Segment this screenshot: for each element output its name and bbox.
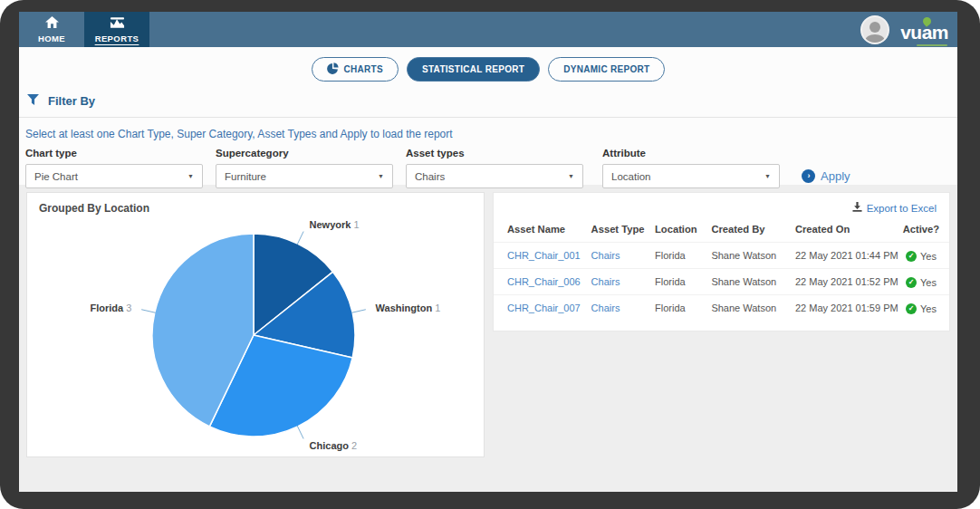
asset-type-link[interactable]: Chairs [591,276,620,287]
asset-table-body: CHR_Chair_001ChairsFloridaShane Watson22… [494,243,949,322]
field-supercategory: Supercategory Furniture ▼ [216,148,393,188]
pie-label-florida: Florida 3 [91,303,132,313]
active-status-label: Yes [920,303,937,314]
pie-label-washington: Washington 1 [376,303,441,313]
table-row: CHR_Chair_001ChairsFloridaShane Watson22… [494,243,949,269]
tab-dynamic-label: DYNAMIC REPORT [563,64,649,74]
export-label: Export to Excel [867,203,937,214]
chart-title: Grouped By Location [39,202,149,215]
pie-label-line [141,310,156,313]
export-row: Export to Excel [494,195,949,218]
reports-icon [110,15,125,32]
pie-label-line [297,426,303,438]
nav-reports-label: REPORTS [95,34,139,43]
check-icon: ✓ [906,251,917,262]
cell-location: Florida [650,243,706,269]
supercategory-value: Furniture [225,171,266,182]
cell-location: Florida [650,269,706,295]
asset-types-value: Chairs [415,171,445,182]
check-icon: ✓ [906,277,917,288]
nav-right: vuam [860,12,957,47]
table-header-row: Asset Name Asset Type Location Created B… [494,218,949,243]
cell-created-on: 22 May 2021 01:59 PM [791,295,898,322]
avatar-body [865,34,885,44]
app-window: HOME REPORTS vuam [0,0,980,509]
active-status-label: Yes [920,277,937,288]
page: HOME REPORTS vuam [19,12,957,492]
chart-type-value: Pie Chart [34,171,78,182]
filter-instruction: Select at least one Chart Type, Super Ca… [25,128,453,140]
export-to-excel-button[interactable]: Export to Excel [852,202,937,214]
field-asset-types: Asset types Chairs ▼ [406,148,583,188]
cell-asset-name: CHR_Chair_001 [494,243,587,269]
asset-name-link[interactable]: CHR_Chair_001 [507,250,581,261]
table-row: CHR_Chair_006ChairsFloridaShane Watson22… [494,269,949,295]
asset-type-link[interactable]: Chairs [591,303,620,313]
attribute-select[interactable]: Location ▼ [602,164,780,188]
asset-name-link[interactable]: CHR_Chair_006 [507,276,581,287]
tab-dynamic-report[interactable]: DYNAMIC REPORT [548,57,665,82]
brand-part1: vu [900,22,922,43]
cell-asset-type: Chairs [587,243,650,269]
pie-chart: Newyork 1Washington 1Chicago 2Florida 3 [27,193,484,456]
chevron-down-icon: ▼ [764,173,771,179]
brand-tagline [917,44,947,46]
pie-label-line [297,232,303,245]
filter-divider [19,117,957,118]
apply-arrow-icon: › [802,169,815,183]
filter-header: Filter By [27,94,95,108]
nav-tab-reports[interactable]: REPORTS [84,12,149,47]
col-asset-type: Asset Type [587,218,650,243]
filter-title: Filter By [48,94,95,108]
active-status-label: Yes [920,251,937,262]
tab-statistical-report[interactable]: STATISTICAL REPORT [407,57,540,82]
asset-name-link[interactable]: CHR_Chair_007 [507,303,581,313]
asset-type-link[interactable]: Chairs [591,250,620,261]
top-navbar: HOME REPORTS vuam [19,12,957,47]
chevron-down-icon: ▼ [187,173,194,179]
cell-active: ✓Yes [898,269,949,295]
asset-types-label: Asset types [406,148,583,158]
cell-location: Florida [650,295,706,322]
col-asset-name: Asset Name [494,218,587,243]
active-status: ✓Yes [906,303,937,314]
col-created-by: Created By [706,218,791,243]
chart-type-label: Chart type [25,148,203,158]
cell-active: ✓Yes [898,243,949,269]
report-view-tabs: CHARTS STATISTICAL REPORT DYNAMIC REPORT [19,57,957,82]
chart-type-select[interactable]: Pie Chart ▼ [25,164,203,188]
cell-asset-type: Chairs [587,269,650,295]
cell-created-by: Shane Watson [706,295,791,322]
pie-chart-icon [327,62,339,76]
cell-created-on: 22 May 2021 01:52 PM [791,269,898,295]
nav-home-label: HOME [38,34,65,43]
apply-label: Apply [821,169,850,183]
tab-statistical-label: STATISTICAL REPORT [422,64,524,74]
brand-logo: vuam [900,18,948,42]
col-created-on: Created On [791,218,898,243]
active-status: ✓Yes [906,277,937,288]
apply-button[interactable]: › Apply [802,169,850,183]
field-attribute: Attribute Location ▼ [602,148,780,188]
attribute-value: Location [611,171,650,182]
cell-asset-type: Chairs [587,295,650,322]
cell-created-by: Shane Watson [706,269,791,295]
nav-tab-home[interactable]: HOME [19,12,84,47]
home-icon [45,15,59,32]
asset-table-card: Export to Excel Asset Name Asset Type Lo… [493,192,950,331]
cell-asset-name: CHR_Chair_006 [494,269,587,295]
col-location: Location [650,218,706,243]
pie-label-chicago: Chicago 2 [310,440,358,451]
asset-types-select[interactable]: Chairs ▼ [406,164,583,188]
check-icon: ✓ [906,303,917,314]
cell-active: ✓Yes [898,295,949,322]
tab-charts[interactable]: CHARTS [312,57,399,82]
tab-charts-label: CHARTS [344,64,383,74]
active-status: ✓Yes [906,251,937,262]
cell-asset-name: CHR_Chair_007 [494,295,587,322]
supercategory-select[interactable]: Furniture ▼ [216,164,393,188]
content-area: CHARTS STATISTICAL REPORT DYNAMIC REPORT… [19,47,957,492]
chevron-down-icon: ▼ [568,173,574,179]
cell-created-by: Shane Watson [706,243,791,269]
user-avatar[interactable] [860,15,889,44]
